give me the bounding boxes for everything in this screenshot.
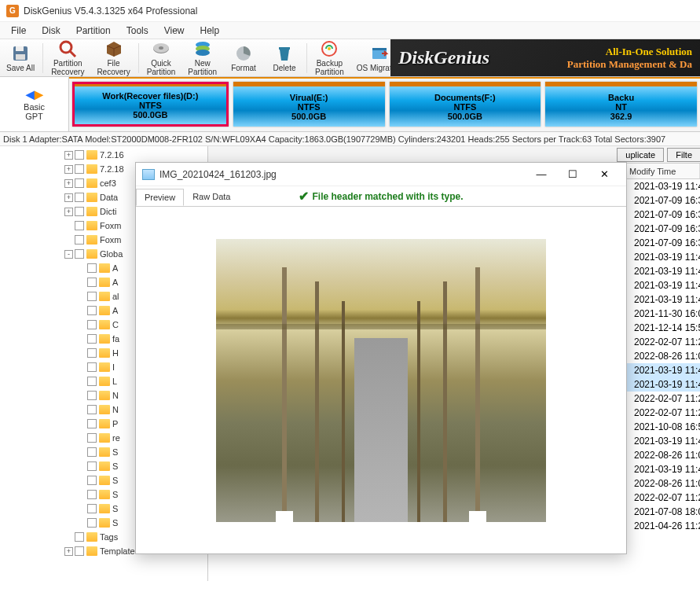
tree-checkbox[interactable] [75, 193, 84, 202]
partition-2[interactable]: Documents(F:)NTFS500.0GB [390, 82, 541, 127]
tree-checkbox[interactable] [87, 263, 97, 273]
magnify-icon [58, 39, 77, 58]
close-button[interactable]: ✕ [588, 165, 620, 184]
tree-checkbox[interactable] [87, 377, 97, 386]
tree-checkbox[interactable] [87, 391, 97, 400]
tree-checkbox[interactable] [75, 150, 84, 160]
tree-checkbox[interactable] [75, 532, 84, 542]
delete-button[interactable]: Delete [264, 41, 305, 75]
tree-checkbox[interactable] [87, 348, 97, 358]
banner-sub1: All-In-One Solution [567, 46, 692, 58]
preview-window: IMG_20210424_161203.jpg — ☐ ✕ Preview Ra… [135, 162, 627, 554]
tree-checkbox[interactable] [87, 362, 97, 372]
box-icon [104, 39, 123, 58]
tree-checkbox[interactable] [87, 476, 97, 485]
folder-icon [99, 362, 110, 372]
folder-icon [99, 320, 110, 329]
folder-icon [99, 476, 110, 485]
folder-icon [99, 419, 110, 428]
folder-icon [99, 405, 110, 414]
tree-checkbox[interactable] [87, 334, 97, 344]
svg-point-10 [196, 50, 210, 56]
minimize-button[interactable]: — [526, 165, 557, 184]
banner-title: DiskGenius [398, 47, 489, 68]
tree-twisty[interactable]: + [64, 208, 73, 216]
svg-rect-12 [279, 47, 290, 50]
partition-1[interactable]: Virual(E:)NTFS500.0GB [233, 82, 385, 127]
disk-bar: ◀▶ Basic GPT Work(Recover files)(D:)NTFS… [0, 77, 700, 132]
partition-3[interactable]: BackuNT362.9 [545, 82, 697, 127]
tab-preview[interactable]: Preview [136, 189, 184, 206]
partition-row: Work(Recover files)(D:)NTFS500.0GBVirual… [69, 77, 700, 131]
tree-checkbox[interactable] [87, 405, 97, 414]
tree-twisty[interactable]: + [64, 151, 73, 160]
new-partition-button[interactable]: New Partition [181, 36, 223, 79]
tree-checkbox[interactable] [87, 419, 97, 428]
quick-partition-button[interactable]: Quick Partition [141, 36, 182, 79]
tree-checkbox[interactable] [87, 292, 97, 301]
tree-checkbox[interactable] [87, 518, 97, 528]
svg-point-3 [60, 42, 71, 53]
tree-checkbox[interactable] [75, 249, 84, 259]
tab-rawdata[interactable]: Raw Data [184, 188, 239, 205]
tree-checkbox[interactable] [87, 433, 97, 443]
tree-item[interactable]: +7.2.16 [2, 148, 206, 162]
partition-recovery-button[interactable]: Partition Recovery [45, 36, 90, 79]
tree-twisty[interactable]: + [64, 179, 73, 188]
folder-icon [99, 334, 110, 344]
tree-checkbox[interactable] [75, 178, 84, 188]
folder-icon [99, 461, 110, 471]
pie-icon [234, 44, 253, 63]
tree-twisty[interactable]: + [64, 165, 73, 174]
arrow-left-icon[interactable]: ◀ [26, 88, 35, 101]
svg-rect-1 [16, 46, 24, 51]
preview-image [216, 239, 546, 522]
folder-icon [86, 150, 97, 160]
tree-checkbox[interactable] [75, 207, 84, 216]
format-button[interactable]: Format [223, 41, 264, 75]
tree-checkbox[interactable] [87, 306, 97, 315]
tree-checkbox[interactable] [75, 221, 84, 230]
folder-icon [99, 263, 110, 273]
maximize-button[interactable]: ☐ [557, 165, 588, 184]
disk-label[interactable]: ◀▶ Basic GPT [0, 77, 69, 131]
folder-icon [86, 164, 97, 174]
folder-icon [99, 348, 110, 358]
file-recovery-button[interactable]: File Recovery [90, 36, 136, 79]
svg-line-4 [70, 51, 75, 57]
folder-icon [86, 221, 97, 230]
tree-checkbox[interactable] [87, 320, 97, 329]
tree-twisty[interactable]: + [64, 547, 73, 556]
check-icon: ✔ [299, 189, 309, 204]
arrow-right-icon[interactable]: ▶ [35, 88, 43, 101]
tree-checkbox[interactable] [87, 278, 97, 287]
folder-icon [99, 391, 110, 400]
disk-info-bar: Disk 1 Adapter:SATA Model:ST2000DM008-2F… [0, 132, 700, 146]
title-bar: G DiskGenius V5.4.3.1325 x64 Professiona… [0, 0, 700, 22]
folder-icon [86, 235, 97, 245]
filter-button[interactable]: Filte [667, 148, 700, 162]
duplicate-button[interactable]: uplicate [617, 148, 664, 162]
partition-0[interactable]: Work(Recover files)(D:)NTFS500.0GB [72, 82, 229, 127]
svg-point-14 [328, 47, 331, 50]
tree-twisty[interactable]: + [64, 193, 73, 202]
folder-icon [99, 377, 110, 386]
header-match-message: ✔ File header matched with its type. [299, 189, 463, 204]
tree-checkbox[interactable] [75, 546, 84, 556]
preview-titlebar[interactable]: IMG_20210424_161203.jpg — ☐ ✕ [136, 163, 626, 186]
tree-checkbox[interactable] [87, 504, 97, 513]
tree-checkbox[interactable] [87, 461, 97, 471]
backup-partition-button[interactable]: Backup Partition [309, 36, 350, 79]
tree-checkbox[interactable] [87, 490, 97, 499]
menu-file[interactable]: File [3, 23, 34, 39]
tree-checkbox[interactable] [75, 235, 84, 245]
tree-checkbox[interactable] [87, 447, 97, 457]
folder-icon [86, 178, 97, 188]
banner: DiskGenius All-In-One Solution Partition… [390, 39, 700, 76]
col-modify-time[interactable]: Modify Time [625, 164, 700, 178]
save-all-button[interactable]: Save All [0, 41, 41, 75]
tree-checkbox[interactable] [75, 164, 84, 174]
tree-twisty[interactable]: - [64, 250, 73, 259]
nav-arrows[interactable]: ◀▶ [26, 88, 43, 101]
file-panel-header: uplicate Filte [208, 146, 700, 164]
